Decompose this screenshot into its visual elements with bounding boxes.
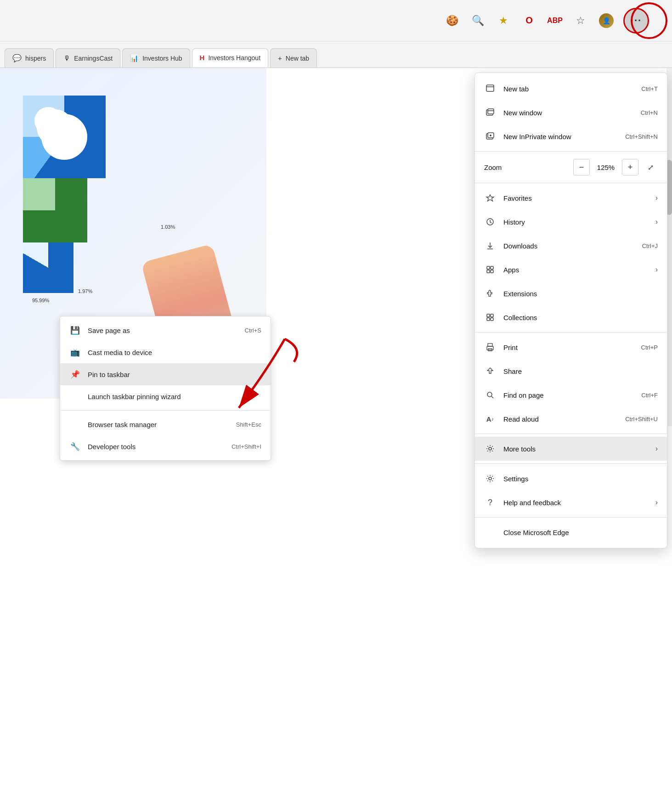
menu-more-tools[interactable]: More tools ›: [475, 437, 667, 461]
menu-extensions[interactable]: Extensions: [475, 282, 667, 305]
help-arrow: ›: [655, 498, 658, 507]
tab-label-whispers: hispers: [25, 55, 46, 62]
context-save-page[interactable]: 💾 Save page as Ctrl+S: [60, 319, 271, 341]
svg-rect-12: [491, 266, 493, 269]
tab-label-investors-hangout: Investors Hangout: [208, 54, 260, 62]
launch-wizard-icon: [69, 391, 80, 402]
tab-investors-hub[interactable]: 📊 Investors Hub: [122, 48, 190, 68]
context-menu: 💾 Save page as Ctrl+S 📺 Cast media to de…: [60, 316, 271, 461]
profile-icon[interactable]: 👤: [598, 12, 615, 29]
downloads-menu-icon: [484, 240, 496, 252]
collections-icon[interactable]: ☆: [572, 12, 589, 29]
tab-label-investors-hub: Investors Hub: [142, 55, 182, 62]
tab-label-earningscast: EarningsCast: [74, 55, 113, 62]
menu-downloads[interactable]: Downloads Ctrl+J: [475, 234, 667, 258]
menu-new-window[interactable]: New window Ctrl+N: [475, 101, 667, 124]
zoom-expand-button[interactable]: ⤢: [643, 160, 658, 175]
menu-history[interactable]: History ›: [475, 210, 667, 234]
svg-rect-15: [487, 314, 490, 317]
tab-investors-hangout[interactable]: H Investors Hangout: [192, 48, 268, 68]
edge-menu-button[interactable]: ···: [623, 8, 649, 34]
inprivate-icon: [484, 130, 496, 142]
save-page-label: Save page as: [88, 327, 237, 334]
context-pin-taskbar[interactable]: 📌 Pin to taskbar: [60, 363, 271, 385]
tab-label-new: New tab: [286, 55, 309, 62]
more-tools-icon: [484, 443, 496, 455]
menu-new-tab[interactable]: New tab Ctrl+T: [475, 77, 667, 101]
tab-whispers[interactable]: 💬 hispers: [5, 48, 54, 68]
cast-media-icon: 📺: [69, 347, 80, 358]
apps-menu-label: Apps: [503, 266, 648, 274]
menu-collections[interactable]: Collections: [475, 305, 667, 329]
pin-taskbar-icon: 📌: [69, 369, 80, 380]
search-icon[interactable]: 🔍: [469, 12, 486, 29]
zoom-label: Zoom: [484, 163, 569, 171]
context-browser-task-manager[interactable]: Browser task manager Shift+Esc: [60, 413, 271, 435]
menu-read-aloud[interactable]: A♪ Read aloud Ctrl+Shift+U: [475, 407, 667, 431]
developer-tools-icon: 🔧: [69, 441, 80, 452]
more-tools-arrow: ›: [655, 445, 658, 453]
context-developer-tools[interactable]: 🔧 Developer tools Ctrl+Shift+I: [60, 435, 271, 457]
svg-point-22: [487, 392, 492, 397]
downloads-shortcut: Ctrl+J: [642, 242, 658, 249]
svg-point-25: [489, 477, 491, 480]
chart-label-1: 1.03%: [161, 224, 175, 230]
context-launch-wizard[interactable]: Launch taskbar pinning wizard: [60, 385, 271, 407]
tab-favicon-investors-hangout: H: [200, 54, 205, 62]
read-aloud-label: Read aloud: [503, 415, 618, 423]
page-content: 1.03% 1.97% 95.99% 💾 Save page as Ctrl+S…: [0, 68, 672, 806]
donut-chart-medium: [23, 178, 87, 242]
svg-rect-1: [486, 85, 494, 91]
menu-share[interactable]: Share: [475, 359, 667, 383]
tab-bar: 💬 hispers 🎙 EarningsCast 📊 Investors Hub…: [0, 41, 672, 68]
context-separator-1: [60, 410, 271, 411]
opera-icon[interactable]: O: [520, 12, 538, 29]
history-menu-label: History: [503, 218, 648, 226]
developer-tools-label: Developer tools: [88, 443, 224, 451]
favorites-arrow: ›: [655, 194, 658, 202]
svg-rect-14: [491, 270, 493, 273]
favorites-icon[interactable]: ★: [495, 12, 512, 29]
zoom-increase-button[interactable]: +: [622, 159, 638, 175]
menu-settings[interactable]: Settings: [475, 467, 667, 490]
menu-apps[interactable]: Apps ›: [475, 258, 667, 282]
adblock-icon[interactable]: ABP: [546, 12, 564, 29]
tab-favicon-investors-hub: 📊: [130, 54, 139, 62]
toolbar-icons: 🍪 🔍 ★ O ABP ☆ 👤 ···: [443, 8, 649, 34]
donut-chart-small: [23, 242, 73, 293]
zoom-value: 125%: [594, 163, 617, 171]
browser-toolbar: 🍪 🔍 ★ O ABP ☆ 👤 ···: [0, 0, 672, 41]
find-on-page-shortcut: Ctrl+F: [641, 392, 658, 399]
menu-sep-5: [475, 463, 667, 464]
new-window-icon: [484, 107, 496, 118]
downloads-menu-label: Downloads: [503, 242, 635, 250]
tab-favicon-new: +: [278, 54, 282, 62]
menu-print[interactable]: Print Ctrl+P: [475, 335, 667, 359]
menu-find-on-page[interactable]: Find on page Ctrl+F: [475, 383, 667, 407]
tab-new[interactable]: + New tab: [270, 48, 317, 68]
zoom-decrease-button[interactable]: −: [573, 159, 590, 175]
share-menu-icon: [484, 365, 496, 377]
share-menu-label: Share: [503, 367, 658, 375]
find-on-page-icon: [484, 389, 496, 401]
help-feedback-label: Help and feedback: [503, 499, 648, 507]
find-on-page-label: Find on page: [503, 391, 634, 399]
cookie-icon[interactable]: 🍪: [443, 12, 461, 29]
menu-help-feedback[interactable]: ? Help and feedback ›: [475, 490, 667, 514]
menu-close-edge[interactable]: Close Microsoft Edge: [475, 520, 667, 544]
tab-favicon-earningscast: 🎙: [63, 54, 70, 62]
menu-new-inprivate[interactable]: New InPrivate window Ctrl+Shift+N: [475, 124, 667, 148]
launch-wizard-label: Launch taskbar pinning wizard: [88, 393, 261, 400]
close-edge-label: Close Microsoft Edge: [503, 529, 658, 536]
browser-task-manager-shortcut: Shift+Esc: [236, 421, 261, 428]
svg-rect-17: [487, 318, 490, 321]
svg-rect-4: [488, 109, 494, 114]
extensions-menu-label: Extensions: [503, 290, 658, 298]
svg-rect-18: [491, 318, 493, 321]
svg-rect-16: [491, 314, 493, 317]
settings-menu-label: Settings: [503, 475, 658, 483]
tab-earningscast[interactable]: 🎙 EarningsCast: [56, 48, 120, 68]
history-menu-icon: [484, 216, 496, 228]
menu-favorites[interactable]: Favorites ›: [475, 186, 667, 210]
context-cast-media[interactable]: 📺 Cast media to device: [60, 341, 271, 363]
